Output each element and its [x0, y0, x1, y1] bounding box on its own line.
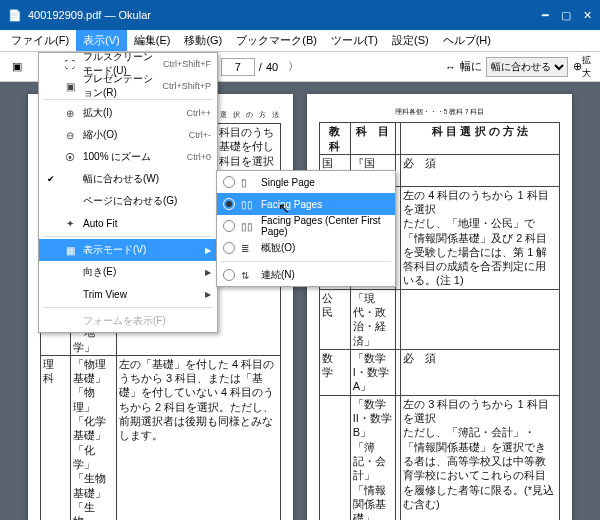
menu-row[interactable]: ⊕拡大(I)Ctrl++	[39, 102, 217, 124]
next-page-button[interactable]: 〉	[282, 56, 304, 78]
menu-row[interactable]: ✔幅に合わせる(W)	[39, 168, 217, 190]
maximize-button[interactable]: ▢	[561, 9, 571, 22]
row-icon: ⦿	[63, 152, 77, 163]
menu-item[interactable]: 設定(S)	[385, 30, 436, 51]
fit-icon: ↔	[445, 61, 456, 73]
close-button[interactable]: ✕	[583, 9, 592, 22]
row-label: 拡大(I)	[83, 106, 180, 120]
row-accel: Ctrl++	[186, 108, 211, 118]
row-icon: ⊕	[63, 108, 77, 119]
minimize-button[interactable]: ━	[542, 9, 549, 22]
radio-icon	[223, 198, 235, 210]
row-label: 縮小(O)	[83, 128, 183, 142]
menu-item[interactable]: 移動(G)	[177, 30, 229, 51]
page-number-input[interactable]	[221, 58, 255, 76]
menu-row[interactable]: 向き(E)▶	[39, 261, 217, 283]
row-label: Facing Pages (Center First Page)	[261, 215, 389, 237]
menu-row[interactable]: ▣プレゼンテーション(R)Ctrl+Shift+P	[39, 75, 217, 97]
menu-row[interactable]: ⦿100% にズームCtrl+0	[39, 146, 217, 168]
menubar: ファイル(F)表示(V)編集(E)移動(G)ブックマーク(B)ツール(T)設定(…	[0, 30, 600, 52]
row-label: 100% にズーム	[83, 150, 181, 164]
menu-item[interactable]: 編集(E)	[127, 30, 178, 51]
page-total: 40	[266, 61, 278, 73]
row-icon: ▯▯	[241, 199, 255, 210]
viewmode-submenu: ▯Single Page▯▯Facing Pages▯▯Facing Pages…	[216, 170, 396, 287]
submenu-arrow-icon: ▶	[205, 290, 211, 299]
row-accel: Ctrl+Shift+F	[163, 59, 211, 69]
menu-row[interactable]: ▦表示モード(V)▶	[39, 239, 217, 261]
radio-icon	[223, 176, 235, 188]
row-icon: ⊖	[63, 130, 77, 141]
row-icon: ⇅	[241, 270, 255, 281]
menu-item[interactable]: ツール(T)	[324, 30, 385, 51]
menu-item[interactable]: 表示(V)	[76, 30, 127, 51]
row-label: 連続(N)	[261, 268, 389, 282]
row-label: Facing Pages	[261, 199, 389, 210]
submenu-row[interactable]: ≣概観(O)	[217, 237, 395, 259]
row-label: フォームを表示(F)	[83, 314, 211, 328]
zoom-in-button[interactable]: ⊕ 拡大	[572, 56, 594, 78]
row-label: ページに合わせる(G)	[83, 194, 211, 208]
row-icon: ⛶	[63, 59, 77, 70]
row-icon: ✦	[63, 218, 77, 229]
submenu-row[interactable]: ⇅連続(N)	[217, 264, 395, 286]
row-icon: ▣	[63, 81, 77, 92]
page-separator: /	[259, 61, 262, 73]
row-icon: ▦	[63, 245, 77, 256]
row-label: プレゼンテーション(R)	[83, 72, 156, 100]
check-icon: ✔	[45, 174, 57, 184]
row-icon: ≣	[241, 243, 255, 254]
row-label: 向き(E)	[83, 265, 199, 279]
menu-item[interactable]: ファイル(F)	[4, 30, 76, 51]
row-accel: Ctrl+0	[187, 152, 211, 162]
row-icon: ▯▯	[241, 221, 255, 232]
menu-row[interactable]: ✦Auto Fit	[39, 212, 217, 234]
sidebar-toggle-button[interactable]: ▣	[6, 56, 28, 78]
radio-icon	[223, 220, 235, 232]
menu-row[interactable]: ページに合わせる(G)	[39, 190, 217, 212]
menu-row: フォームを表示(F)	[39, 310, 217, 332]
page-right: 理科各個・・・5 教科 7 科目教 科科 目科 目 選 択 の 方 法国 語『国…	[307, 94, 572, 520]
submenu-arrow-icon: ▶	[205, 246, 211, 255]
menu-item[interactable]: ヘルプ(H)	[436, 30, 498, 51]
row-label: 概観(O)	[261, 241, 389, 255]
row-label: Trim View	[83, 289, 199, 300]
menu-row[interactable]: Trim View▶	[39, 283, 217, 305]
row-label: Single Page	[261, 177, 389, 188]
radio-icon	[223, 242, 235, 254]
row-icon: ▯	[241, 177, 255, 188]
view-menu-dropdown: ⛶フルスクリーンモード(U)Ctrl+Shift+F▣プレゼンテーション(R)C…	[38, 52, 218, 333]
submenu-row[interactable]: ▯▯Facing Pages	[217, 193, 395, 215]
radio-icon	[223, 269, 235, 281]
submenu-row[interactable]: ▯Single Page	[217, 171, 395, 193]
app-icon: 📄	[8, 9, 22, 22]
row-accel: Ctrl+Shift+P	[162, 81, 211, 91]
fit-label: 幅に	[460, 59, 482, 74]
row-accel: Ctrl+-	[189, 130, 211, 140]
row-label: 表示モード(V)	[83, 243, 199, 257]
menu-row[interactable]: ⊖縮小(O)Ctrl+-	[39, 124, 217, 146]
row-label: Auto Fit	[83, 218, 211, 229]
fit-select[interactable]: 幅に合わせる	[486, 57, 568, 77]
menu-item[interactable]: ブックマーク(B)	[229, 30, 324, 51]
row-label: 幅に合わせる(W)	[83, 172, 211, 186]
submenu-row[interactable]: ▯▯Facing Pages (Center First Page)	[217, 215, 395, 237]
submenu-arrow-icon: ▶	[205, 268, 211, 277]
titlebar: 📄 400192909.pdf — Okular ━ ▢ ✕	[0, 0, 600, 30]
window-title: 400192909.pdf — Okular	[28, 9, 151, 21]
